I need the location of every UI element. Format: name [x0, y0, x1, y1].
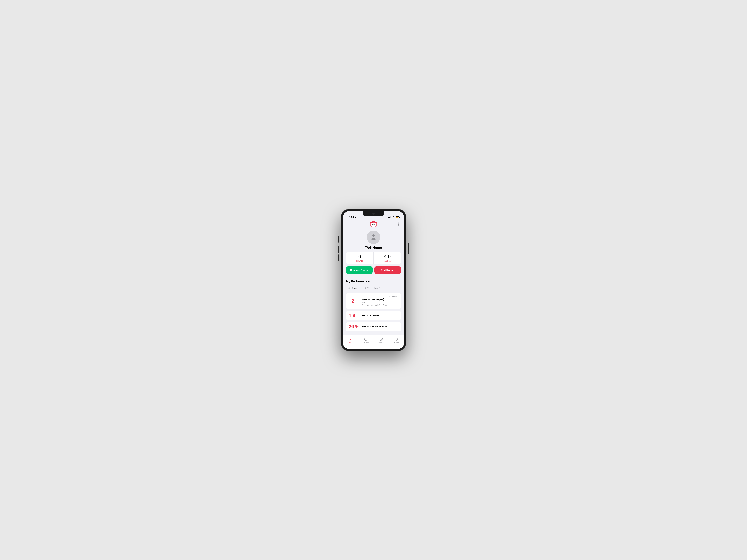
- location-arrow-icon: ▲: [355, 216, 356, 218]
- nav-me[interactable]: Me: [343, 337, 358, 344]
- me-icon: [348, 337, 353, 341]
- tab-last-20[interactable]: Last 20: [359, 285, 372, 291]
- svg-point-11: [380, 338, 383, 341]
- me-label: Me: [349, 342, 352, 344]
- best-score-subtitle1: PIGC: [362, 301, 398, 304]
- handicap-stat: 4.0 Handicap: [374, 252, 401, 264]
- gir-title: Greens in Regulation: [362, 325, 398, 328]
- profile-name: TAG Heuer: [365, 246, 382, 250]
- action-buttons: Resume Round End Round: [346, 266, 401, 274]
- tag-heuer-logo: TAG HEUER: [370, 221, 377, 227]
- rounds-icon: [364, 337, 368, 341]
- end-round-button[interactable]: End Round: [374, 266, 401, 274]
- handicap-label: Handicap: [383, 260, 391, 262]
- battery-icon: [396, 217, 400, 218]
- svg-rect-2: [390, 217, 390, 219]
- nav-courses[interactable]: Courses: [374, 337, 389, 344]
- watch-label: Watch: [394, 342, 399, 344]
- svg-rect-0: [388, 218, 389, 219]
- bottom-nav: Me Rounds: [343, 335, 404, 349]
- best-score-value-container: +2: [349, 299, 359, 303]
- front-camera: [372, 213, 375, 215]
- svg-text:TAG: TAG: [372, 222, 375, 223]
- wifi-icon: [392, 216, 395, 218]
- svg-point-6: [398, 224, 399, 225]
- performance-tabs: All Time Last 20 Last 5: [346, 285, 401, 291]
- tab-last-5[interactable]: Last 5: [372, 285, 383, 291]
- putts-value: 1,9: [349, 313, 359, 318]
- putts-details: Putts per Hole: [362, 314, 398, 317]
- time-display: 18:00: [347, 215, 354, 219]
- profile-section: TAG Heuer 6 Rounds 4.0 Handicap Resume R…: [343, 229, 404, 277]
- putts-value-container: 1,9: [349, 313, 359, 318]
- best-score-title: Best Score (to par): [362, 298, 398, 301]
- svg-point-8: [350, 338, 351, 339]
- tab-all-time[interactable]: All Time: [346, 285, 359, 291]
- courses-label: Courses: [378, 342, 384, 344]
- best-score-date: 19/03/2021: [362, 295, 398, 297]
- rounds-value: 6: [358, 254, 361, 259]
- rounds-label: Rounds: [356, 260, 363, 262]
- avatar: [367, 230, 380, 244]
- nav-watch[interactable]: Watch: [389, 337, 405, 344]
- screen-content[interactable]: TAG HEUER: [343, 220, 404, 335]
- svg-text:HEUER: HEUER: [372, 224, 375, 225]
- performance-section: My Performance All Time Last 20 Last 5 +…: [343, 277, 404, 332]
- phone-screen: 18:00 ▲: [343, 211, 404, 349]
- signal-icon: [388, 216, 391, 219]
- best-score-card: +2 19/03/2021 Best Score (to par) PIGC P…: [346, 293, 401, 309]
- watch-icon: [394, 337, 399, 341]
- handicap-value: 4.0: [384, 254, 390, 259]
- best-score-details: 19/03/2021 Best Score (to par) PIGC Pari…: [362, 295, 398, 307]
- gir-card: 26 % Greens in Regulation: [346, 322, 401, 331]
- svg-rect-3: [390, 216, 391, 219]
- status-time: 18:00 ▲: [347, 215, 356, 219]
- gir-value-container: 26 %: [349, 324, 360, 329]
- status-bar: 18:00 ▲: [343, 211, 404, 220]
- putts-title: Putts per Hole: [362, 314, 398, 317]
- gir-details: Greens in Regulation: [362, 325, 398, 328]
- best-score-value: +2: [349, 299, 359, 303]
- performance-title: My Performance: [346, 280, 401, 283]
- notch: [363, 211, 384, 217]
- app-header: TAG HEUER: [343, 220, 404, 229]
- avatar-icon: [370, 233, 377, 241]
- gir-value: 26 %: [349, 324, 360, 329]
- svg-point-7: [372, 234, 375, 237]
- svg-rect-1: [389, 217, 390, 219]
- status-icons: [388, 216, 400, 219]
- phone-frame: 18:00 ▲: [341, 209, 406, 351]
- nav-rounds[interactable]: Rounds: [358, 337, 374, 344]
- rounds-nav-label: Rounds: [363, 342, 369, 344]
- resume-round-button[interactable]: Resume Round: [346, 266, 373, 274]
- rounds-stat: 6 Rounds: [346, 252, 374, 264]
- best-score-subtitle2: Paris International Golf Club: [362, 304, 398, 307]
- stats-row: 6 Rounds 4.0 Handicap: [346, 252, 401, 264]
- putts-card: 1,9 Putts per Hole: [346, 311, 401, 320]
- svg-point-12: [381, 339, 382, 340]
- settings-button[interactable]: [396, 222, 401, 226]
- courses-icon: [379, 337, 383, 341]
